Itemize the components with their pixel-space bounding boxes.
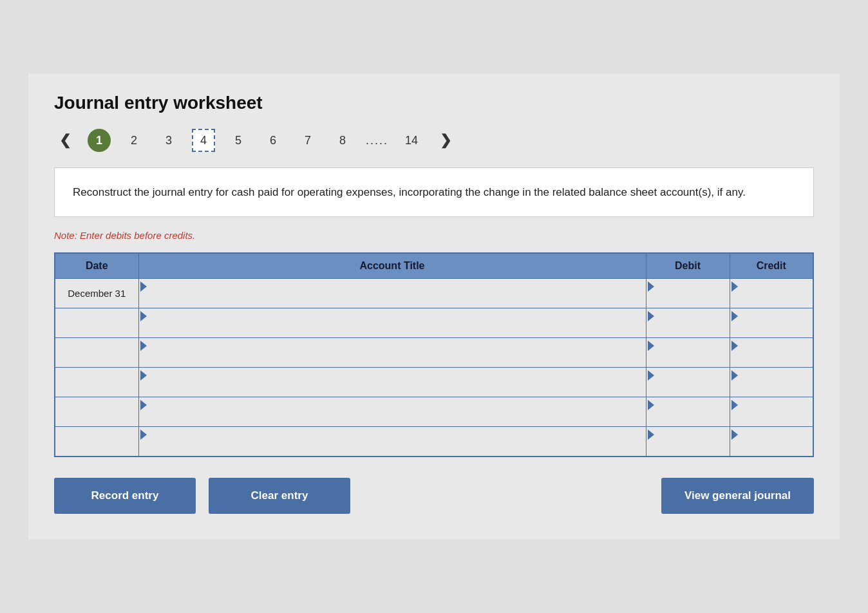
account-input-3[interactable] — [139, 368, 646, 397]
pagination: ❮ 12345678.....14 ❯ — [54, 129, 814, 152]
credit-cell-3[interactable] — [730, 368, 813, 397]
account-input-1[interactable] — [139, 308, 646, 337]
date-cell-5 — [55, 427, 138, 457]
page-num-2[interactable]: 2 — [122, 129, 146, 152]
credit-input-0[interactable] — [730, 279, 813, 308]
triangle-icon — [140, 341, 147, 351]
account-cell-3[interactable] — [138, 368, 646, 397]
triangle-icon — [648, 429, 654, 440]
debit-cell-5[interactable] — [646, 427, 730, 457]
credit-cell-1[interactable] — [730, 308, 813, 338]
main-container: Journal entry worksheet ❮ 12345678.....1… — [28, 73, 840, 540]
triangle-icon — [648, 311, 654, 321]
credit-cell-2[interactable] — [730, 338, 813, 368]
debit-input-2[interactable] — [646, 338, 730, 367]
next-arrow[interactable]: ❯ — [435, 129, 457, 151]
date-cell-1 — [55, 308, 138, 338]
account-input-0[interactable] — [139, 279, 646, 308]
page-num-7[interactable]: 7 — [296, 129, 319, 152]
account-cell-5[interactable] — [138, 427, 646, 457]
table-row — [55, 308, 813, 338]
account-input-5[interactable] — [139, 427, 646, 456]
triangle-icon — [648, 281, 654, 292]
header-credit: Credit — [730, 253, 813, 279]
triangle-icon — [731, 400, 738, 410]
header-date: Date — [55, 253, 138, 279]
debit-input-1[interactable] — [646, 308, 730, 337]
account-cell-2[interactable] — [138, 338, 646, 368]
credit-cell-5[interactable] — [730, 427, 813, 457]
debit-cell-1[interactable] — [646, 308, 730, 338]
question-box: Reconstruct the journal entry for cash p… — [54, 167, 814, 217]
debit-input-3[interactable] — [646, 368, 730, 397]
table-row — [55, 427, 813, 457]
credit-input-5[interactable] — [730, 427, 813, 456]
credit-cell-0[interactable] — [730, 279, 813, 308]
table-row — [55, 368, 813, 397]
buttons-row: Record entry Clear entry View general jo… — [54, 478, 814, 514]
debit-cell-2[interactable] — [646, 338, 730, 368]
note-text: Note: Enter debits before credits. — [54, 230, 814, 241]
header-debit: Debit — [646, 253, 730, 279]
debit-cell-0[interactable] — [646, 279, 730, 308]
credit-cell-4[interactable] — [730, 397, 813, 427]
triangle-icon — [731, 341, 738, 351]
triangle-icon — [140, 400, 147, 410]
credit-input-3[interactable] — [730, 368, 813, 397]
triangle-icon — [140, 370, 147, 381]
account-cell-1[interactable] — [138, 308, 646, 338]
table-row: December 31 — [55, 279, 813, 308]
triangle-icon — [731, 370, 738, 381]
page-num-8[interactable]: 8 — [331, 129, 354, 152]
triangle-icon — [731, 281, 738, 292]
table-row — [55, 338, 813, 368]
triangle-icon — [140, 281, 147, 292]
journal-table: Date Account Title Debit Credit December… — [54, 252, 814, 457]
page-num-3[interactable]: 3 — [157, 129, 180, 152]
credit-input-2[interactable] — [730, 338, 813, 367]
credit-input-1[interactable] — [730, 308, 813, 337]
account-cell-4[interactable] — [138, 397, 646, 427]
record-entry-button[interactable]: Record entry — [54, 478, 196, 514]
triangle-icon — [140, 311, 147, 321]
page-title: Journal entry worksheet — [54, 93, 814, 113]
page-num-6[interactable]: 6 — [261, 129, 285, 152]
date-cell-2 — [55, 338, 138, 368]
table-row — [55, 397, 813, 427]
debit-cell-3[interactable] — [646, 368, 730, 397]
clear-entry-button[interactable]: Clear entry — [209, 478, 350, 514]
date-cell-0: December 31 — [55, 279, 138, 308]
page-num-14[interactable]: 14 — [400, 129, 423, 152]
question-text: Reconstruct the journal entry for cash p… — [73, 186, 746, 198]
triangle-icon — [140, 429, 147, 440]
account-input-2[interactable] — [139, 338, 646, 367]
debit-input-0[interactable] — [646, 279, 730, 308]
page-num-4[interactable]: 4 — [192, 129, 215, 152]
account-input-4[interactable] — [139, 397, 646, 426]
credit-input-4[interactable] — [730, 397, 813, 426]
debit-cell-4[interactable] — [646, 397, 730, 427]
triangle-icon — [731, 429, 738, 440]
debit-input-5[interactable] — [646, 427, 730, 456]
triangle-icon — [648, 341, 654, 351]
triangle-icon — [648, 400, 654, 410]
triangle-icon — [648, 370, 654, 381]
page-num-1[interactable]: 1 — [88, 129, 111, 152]
header-account: Account Title — [138, 253, 646, 279]
date-cell-4 — [55, 397, 138, 427]
account-cell-0[interactable] — [138, 279, 646, 308]
triangle-icon — [731, 311, 738, 321]
debit-input-4[interactable] — [646, 397, 730, 426]
prev-arrow[interactable]: ❮ — [54, 129, 76, 151]
pagination-dots: ..... — [366, 134, 388, 147]
view-general-journal-button[interactable]: View general journal — [661, 478, 814, 514]
date-cell-3 — [55, 368, 138, 397]
page-num-5[interactable]: 5 — [227, 129, 250, 152]
